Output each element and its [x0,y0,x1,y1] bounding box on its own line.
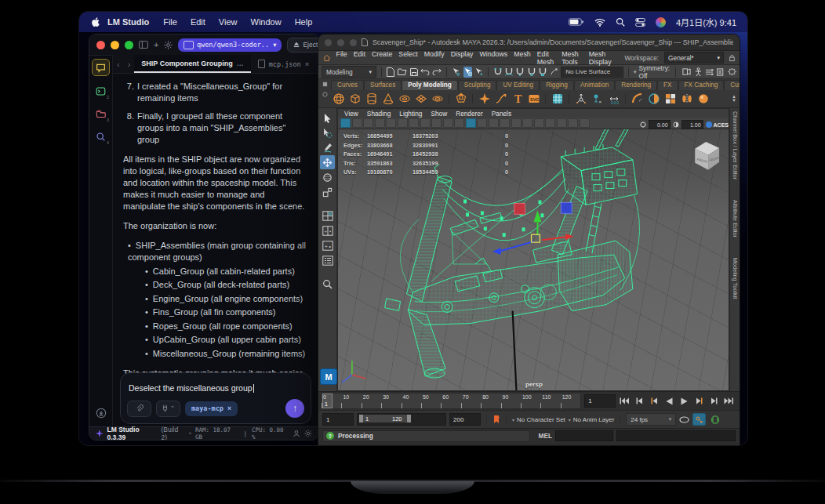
shaded-icon[interactable] [431,118,442,128]
downloads-icon[interactable] [93,405,109,421]
current-frame-field[interactable]: 1 [584,394,616,408]
anti-aliasing-icon[interactable] [500,118,510,128]
control-center-icon[interactable] [635,18,645,27]
gear-icon[interactable] [304,430,312,437]
single-pane-layout-icon[interactable]: + • [320,238,335,252]
z-axis-handle[interactable] [561,202,572,213]
user-icon[interactable] [293,430,300,437]
collapse-icon[interactable]: ^ [189,431,191,437]
lock-workspace-icon[interactable] [729,54,735,62]
shelf-tab[interactable]: FX Caching [678,80,725,90]
paint-select-tool-icon[interactable] [320,140,335,154]
maya-menu-item[interactable]: Edit [354,50,365,66]
timeline-tick[interactable]: 80 [481,393,500,408]
rotate-tool-icon[interactable] [320,170,335,184]
outliner-panel-icon[interactable] [320,253,335,267]
poly-sphere-icon[interactable] [331,92,346,107]
character-controls-icon[interactable] [694,67,703,78]
symmetry-dropdown[interactable]: Symmetry: Off [638,64,670,80]
step-back-frame-button[interactable] [634,396,645,406]
sidebar-vertical-tab[interactable]: Channel Box / Layer Editor [732,111,739,179]
bookmark-icon[interactable]: + [492,415,500,424]
camera-bookmarks-icon[interactable] [363,118,373,128]
timeline-tick[interactable]: 60 [441,393,460,408]
output-connections-icon[interactable] [716,67,725,78]
new-scene-icon[interactable] [387,67,395,78]
sidebar-item-developer[interactable]: 2 [93,83,109,99]
minimize-window-button[interactable] [111,41,119,49]
oversampling-icon[interactable] [398,118,408,128]
timeline-tick[interactable]: 70 [461,393,481,408]
gate-mask-icon[interactable] [568,118,578,128]
select-by-component-icon[interactable] [474,67,483,78]
maya-menu-item[interactable]: Create [372,50,392,66]
eject-model-button[interactable]: Eject [287,38,319,53]
scale-tool-icon[interactable] [320,185,335,199]
maya-menu-item[interactable]: Modify [424,50,445,66]
2d-pan-zoom-icon[interactable] [386,118,396,128]
make-live-icon[interactable] [550,67,558,78]
poly-torus-icon[interactable] [397,92,412,107]
gamma-icon[interactable] [673,121,679,128]
play-backwards-button[interactable] [663,396,674,406]
smooth-icon[interactable] [696,92,711,107]
svg-tool-icon[interactable]: SVG [526,92,541,107]
motion-blur-icon[interactable] [489,118,499,128]
shelf-tab[interactable]: Curves [331,80,364,90]
range-end-handle[interactable] [407,415,411,422]
sidebar-item-discover[interactable]: 4 [93,129,109,144]
command-input[interactable] [555,430,613,441]
snap-to-curve-icon[interactable] [504,67,513,78]
mirror-icon[interactable] [646,92,661,107]
composer[interactable]: Deselect the miscellaneous group ⌃ maya-… [120,372,311,424]
poly-cube-icon[interactable] [347,92,362,107]
tab-close-icon[interactable]: × [305,60,310,68]
combine-icon[interactable] [663,92,678,107]
select-camera-icon[interactable] [340,118,351,128]
redo-icon[interactable] [432,67,442,78]
film-gate-icon[interactable] [557,118,567,128]
poly-text-icon[interactable]: T [510,92,525,107]
loop-mode-icon[interactable] [679,416,689,423]
wireframe-icon[interactable] [420,118,431,128]
gamma-field[interactable]: 1.00 [681,120,703,129]
timeline-tick[interactable]: 40 [402,393,421,408]
render-settings-icon[interactable] [728,67,736,78]
new-chat-button[interactable]: + [154,38,158,51]
live-surface-field[interactable]: No Live Surface [561,67,623,78]
resolution-gate-icon[interactable] [545,118,555,128]
poly-cylinder-icon[interactable] [364,92,379,107]
zoom-window-button[interactable] [350,39,357,46]
poly-cone-icon[interactable] [380,92,395,107]
viewport-menu-item[interactable]: Shading [367,110,391,118]
shelf-tab[interactable]: Surfaces [364,80,402,90]
shelf-tab[interactable]: Animation [574,80,615,90]
toggle-sidebar-icon[interactable] [139,38,148,51]
super-shape-icon[interactable] [477,92,492,107]
command-language-label[interactable]: MEL [538,432,552,440]
exposure-field[interactable]: 0.00 [649,120,671,129]
spotlight-icon[interactable] [616,17,625,27]
tab-menu-icon[interactable]: … [237,60,244,67]
view-cube[interactable]: FRONT RIGHT [695,142,720,170]
viewport-menu-item[interactable]: Show [431,110,447,118]
construction-history-icon[interactable] [682,67,691,78]
chevron-down-icon[interactable]: ▾ [634,69,637,75]
workspace-dropdown[interactable]: General* ▾ [664,52,724,63]
shelf-tab[interactable]: FX [657,80,678,90]
timeline-tick[interactable]: 10 [341,393,361,408]
shelf-tab[interactable]: Rigging [540,80,574,90]
snapshot-icon[interactable] [409,118,419,128]
field-chart-icon[interactable] [534,118,544,128]
animation-prefs-icon[interactable] [709,414,721,425]
undo-icon[interactable] [420,67,430,78]
color-management-badge[interactable]: ACES [706,121,729,128]
viewport-3d[interactable]: FRONT RIGHT [338,129,729,390]
menubar-menu-item[interactable]: View [219,17,238,27]
menubar-menu-item[interactable]: Help [295,17,313,27]
save-scene-icon[interactable] [409,67,418,78]
shelf-tab[interactable]: Poly Modeling [402,80,458,90]
isolate-select-icon[interactable] [522,118,532,128]
snap-to-view-plane-icon[interactable] [538,67,547,78]
menubar-clock[interactable]: 4月1日(水) 9:41 [676,16,736,28]
